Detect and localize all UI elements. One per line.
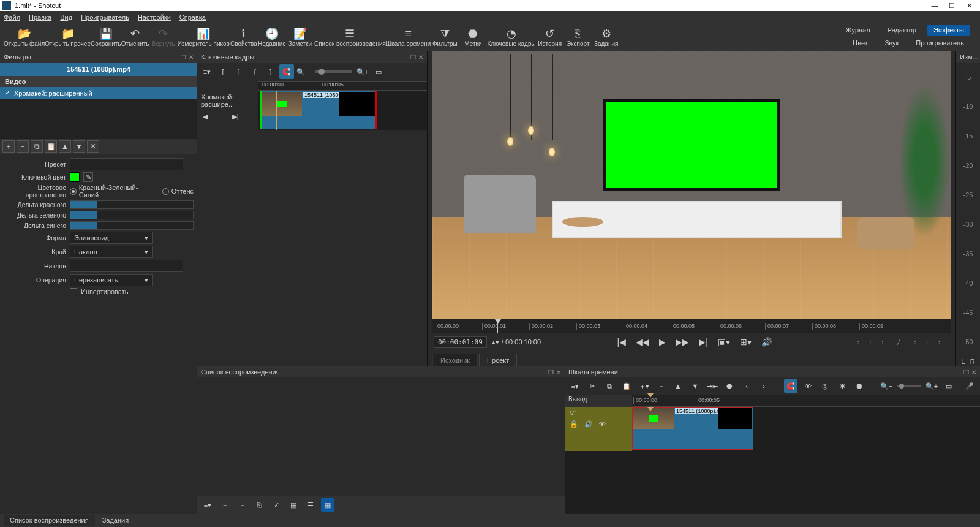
pl-add-icon[interactable]: ＋ bbox=[218, 498, 232, 512]
tl-menu-icon[interactable]: ≡▾ bbox=[568, 379, 582, 393]
colorspace-radio-rgb[interactable] bbox=[70, 188, 77, 195]
toolbar-open-other[interactable]: 📁Открыть прочее bbox=[45, 24, 91, 51]
tl-prev-marker-icon[interactable]: ‹ bbox=[740, 379, 753, 393]
timeline-playhead-marker[interactable] bbox=[650, 393, 650, 406]
layout-tab-Журнал[interactable]: Журнал bbox=[839, 25, 876, 36]
panel-close-icon[interactable]: ✕ bbox=[556, 369, 561, 376]
timeline-playhead[interactable] bbox=[650, 407, 650, 451]
filter-item-chromakey[interactable]: ✓ Хромакей: расширенный bbox=[0, 87, 197, 99]
playlist-body[interactable] bbox=[197, 377, 565, 496]
filter-op-4[interactable]: ▲ bbox=[59, 140, 71, 153]
layout-tab-Звук[interactable]: Звук bbox=[879, 37, 905, 48]
tl-scrub-icon[interactable]: 👁 bbox=[801, 379, 815, 393]
kf-prev-icon[interactable]: |◀ bbox=[201, 113, 208, 121]
toolbar-jobs[interactable]: ⚙Задания bbox=[592, 24, 620, 51]
menu-view[interactable]: Вид bbox=[60, 13, 72, 21]
rewind-icon[interactable]: ◀◀ bbox=[636, 337, 649, 347]
pl-view-list-icon[interactable]: ☰ bbox=[304, 498, 317, 512]
timeline-ruler[interactable]: 00:00:00 00:00:05 bbox=[632, 395, 980, 407]
toolbar-markers[interactable]: ⬣Метки bbox=[459, 24, 487, 51]
tl-marker-icon[interactable]: ⬣ bbox=[723, 379, 736, 393]
track-mute-icon[interactable]: 🔊 bbox=[584, 420, 593, 428]
kf-ruler[interactable]: 00:00:00 00:00:05 bbox=[258, 81, 427, 91]
tab-project[interactable]: Проект bbox=[479, 354, 517, 366]
menu-settings[interactable]: Настройки bbox=[138, 13, 171, 21]
toolbar-save[interactable]: 💾Сохранить bbox=[91, 24, 121, 51]
colorspace-radio-hue[interactable] bbox=[162, 188, 169, 195]
toolbar-filters[interactable]: ⧩Фильтры bbox=[431, 24, 459, 51]
tl-record-icon[interactable]: 🎤 bbox=[963, 379, 976, 393]
skip-start-icon[interactable]: |◀ bbox=[617, 337, 627, 347]
filter-op-3[interactable]: 📋 bbox=[45, 140, 57, 153]
track-v1[interactable]: 154511 (1080p).mp4 bbox=[632, 407, 980, 451]
pl-view-tiles-icon[interactable]: ▦ bbox=[321, 498, 334, 512]
pl-check-icon[interactable]: ✓ bbox=[270, 498, 283, 512]
panel-close-icon[interactable]: ✕ bbox=[971, 369, 976, 376]
delta-b-slider[interactable] bbox=[70, 221, 194, 230]
tl-zoom-in-icon[interactable]: 🔍+ bbox=[925, 379, 938, 393]
kf-set-in-icon[interactable]: [ bbox=[216, 64, 230, 79]
edge-dropdown[interactable]: Наклон▾ bbox=[70, 246, 153, 258]
layout-tab-Эффекты[interactable]: Эффекты bbox=[927, 25, 970, 36]
kf-menu-icon[interactable]: ≡▾ bbox=[200, 64, 214, 79]
grid-icon[interactable]: ⊞▾ bbox=[740, 337, 752, 347]
toolbar-playlist[interactable]: ☰Список воспроизведения bbox=[314, 24, 386, 51]
tl-zoom-out-icon[interactable]: 🔍− bbox=[880, 379, 893, 393]
toolbar-keyframes[interactable]: ◔Ключевые кадры bbox=[487, 24, 535, 51]
menu-edit[interactable]: Правка bbox=[29, 13, 51, 21]
toolbar-export[interactable]: ⎘Экспорт bbox=[564, 24, 592, 51]
tl-zoom-fit-icon[interactable]: ▭ bbox=[942, 379, 956, 393]
kf-zoom-fit-icon[interactable]: ▭ bbox=[371, 64, 386, 79]
kf-in-brace-icon[interactable]: { bbox=[247, 64, 262, 79]
tl-lift-icon[interactable]: ▲ bbox=[671, 379, 685, 393]
slope-input[interactable] bbox=[70, 260, 183, 272]
kf-out-brace-icon[interactable]: } bbox=[263, 64, 278, 79]
layout-tab-Редактор[interactable]: Редактор bbox=[881, 25, 922, 36]
filter-op-5[interactable]: ▼ bbox=[73, 140, 85, 153]
tl-snap-icon[interactable]: 🧲 bbox=[784, 379, 797, 393]
filter-enabled-check[interactable]: ✓ bbox=[5, 89, 10, 97]
kf-snap-icon[interactable]: 🧲 bbox=[279, 64, 294, 79]
filter-op-2[interactable]: ⧉ bbox=[31, 140, 43, 153]
toolbar-properties[interactable]: ℹСвойства bbox=[230, 24, 258, 51]
filter-op-6[interactable]: ✕ bbox=[87, 140, 99, 153]
kf-clip[interactable]: 154511 (1080p).mp4 bbox=[260, 91, 377, 129]
kf-playhead[interactable] bbox=[276, 91, 277, 130]
tl-ripple-markers-icon[interactable]: ⬢ bbox=[853, 379, 866, 393]
menu-help[interactable]: Справка bbox=[179, 13, 206, 21]
kf-clip-area[interactable]: 154511 (1080p).mp4 bbox=[258, 91, 427, 130]
filter-op-0[interactable]: ＋ bbox=[2, 140, 15, 153]
forward-icon[interactable]: ▶▶ bbox=[676, 337, 689, 347]
panel-close-icon[interactable]: ✕ bbox=[189, 54, 194, 61]
layout-tab-Цвет[interactable]: Цвет bbox=[846, 37, 874, 48]
toolbar-history[interactable]: ↺История bbox=[536, 24, 564, 51]
tl-cut-icon[interactable]: ✂ bbox=[586, 379, 599, 393]
toolbar-open-file[interactable]: 📂Открыть файл bbox=[4, 24, 45, 51]
filter-op-1[interactable]: － bbox=[17, 140, 29, 153]
preset-input[interactable] bbox=[70, 158, 183, 170]
tl-paste-icon[interactable]: 📋 bbox=[620, 379, 633, 393]
toolbar-undo[interactable]: ↶Отменить bbox=[121, 24, 149, 51]
panel-popout-icon[interactable]: ❐ bbox=[181, 54, 186, 61]
eyedropper-icon[interactable]: ✎ bbox=[83, 172, 93, 182]
pl-menu-icon[interactable]: ≡▾ bbox=[201, 498, 214, 512]
tl-remove-icon[interactable]: － bbox=[654, 379, 668, 393]
close-button[interactable]: ✕ bbox=[960, 2, 978, 10]
keycolor-swatch[interactable] bbox=[70, 172, 80, 182]
menu-player[interactable]: Проигрыватель bbox=[81, 13, 129, 21]
pl-view-details-icon[interactable]: ▦ bbox=[287, 498, 300, 512]
kf-zoom-slider[interactable] bbox=[315, 70, 352, 73]
invert-checkbox[interactable] bbox=[70, 288, 77, 295]
tl-append-icon[interactable]: ＋▾ bbox=[637, 379, 650, 393]
delta-r-slider[interactable] bbox=[70, 200, 194, 209]
preview-viewport[interactable] bbox=[432, 51, 951, 319]
maximize-button[interactable]: ☐ bbox=[943, 2, 960, 10]
kf-zoom-in-icon[interactable]: 🔍+ bbox=[355, 64, 370, 79]
shape-dropdown[interactable]: Эллипсоид▾ bbox=[70, 232, 153, 244]
toolbar-peak-meter[interactable]: 📊Измеритель пиков bbox=[178, 24, 230, 51]
tl-overwrite-icon[interactable]: ▼ bbox=[688, 379, 702, 393]
minimize-button[interactable]: — bbox=[926, 2, 943, 10]
toolbar-timeline[interactable]: ≡Шкала времени bbox=[386, 24, 431, 51]
zoom-mode-icon[interactable]: ▣▾ bbox=[718, 337, 730, 347]
operation-dropdown[interactable]: Перезаписать▾ bbox=[70, 274, 153, 286]
